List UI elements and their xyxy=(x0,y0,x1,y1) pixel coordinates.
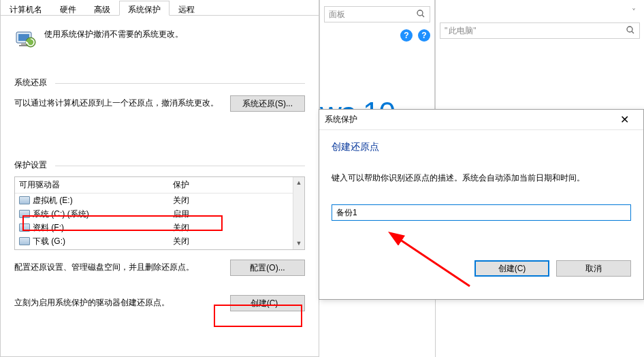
drive-row[interactable]: 资料 (F:)关闭 xyxy=(15,221,304,234)
tab-hardware[interactable]: 硬件 xyxy=(51,1,85,16)
restore-point-name-input[interactable] xyxy=(332,204,631,221)
scrollbar[interactable]: ▲ ▼ xyxy=(293,177,304,249)
configure-description: 配置还原设置、管理磁盘空间，并且删除还原点。 xyxy=(14,261,230,274)
dialog-cancel-button[interactable]: 取消 xyxy=(556,260,631,277)
section-protection-title: 保护设置 xyxy=(14,159,305,171)
dialog-create-button[interactable]: 创建(C) xyxy=(474,260,549,277)
system-protection-icon xyxy=(14,28,36,50)
drive-list[interactable]: 可用驱动器 保护 虚拟机 (E:)关闭系统 (C:) (系统)启用资料 (F:)… xyxy=(14,176,305,250)
search-icon xyxy=(416,9,425,20)
svg-point-2 xyxy=(417,10,423,16)
col-status-header: 保护 xyxy=(169,177,304,193)
search-placeholder: 此电脑 xyxy=(449,25,473,37)
svg-line-1 xyxy=(632,31,634,33)
section-restore-title: 系统还原 xyxy=(14,77,305,89)
drive-name: 虚拟机 (E:) xyxy=(33,196,73,205)
close-icon[interactable]: ✕ xyxy=(611,113,638,126)
svg-line-3 xyxy=(422,15,424,17)
drive-row[interactable]: 系统 (C:) (系统)启用 xyxy=(15,207,304,221)
drive-name: 下载 (G:) xyxy=(33,236,65,246)
create-restore-point-button[interactable]: 创建(C)... xyxy=(230,295,305,311)
drive-icon xyxy=(19,196,30,204)
path-chevron[interactable]: ˅ xyxy=(440,4,640,20)
system-properties-window: 计算机名 硬件 高级 系统保护 远程 使用系统保护撤消不需要的系统更改。 系统还… xyxy=(0,0,319,357)
drive-icon xyxy=(19,223,30,232)
create-restore-point-dialog: 系统保护 ✕ 创建还原点 键入可以帮助你识别还原点的描述。系统会自动添加当前日期… xyxy=(319,109,644,300)
configure-button[interactable]: 配置(O)... xyxy=(230,260,305,276)
search-placeholder: 面板 xyxy=(329,9,345,20)
drive-row[interactable]: 下载 (G:)关闭 xyxy=(15,234,304,248)
dialog-titlebar: 系统保护 ✕ xyxy=(319,110,643,130)
tab-strip: 计算机名 硬件 高级 系统保护 远程 xyxy=(1,0,319,16)
header-description: 使用系统保护撤消不需要的系统更改。 xyxy=(44,28,183,40)
drive-list-header: 可用驱动器 保护 xyxy=(15,177,304,193)
col-drive-header: 可用驱动器 xyxy=(15,177,169,193)
control-panel-search-input[interactable]: 面板 xyxy=(324,6,430,22)
dialog-heading: 创建还原点 xyxy=(332,141,631,153)
scroll-down-icon[interactable]: ▼ xyxy=(293,238,304,249)
help-icon[interactable]: ? xyxy=(400,29,413,42)
help-icon[interactable]: ? xyxy=(418,29,430,42)
dialog-description: 键入可以帮助你识别还原点的描述。系统会自动添加当前日期和时间。 xyxy=(332,172,631,184)
tab-advanced[interactable]: 高级 xyxy=(85,1,119,16)
restore-description: 可以通过将计算机还原到上一个还原点，撤消系统更改。 xyxy=(14,97,230,110)
tab-computer-name[interactable]: 计算机名 xyxy=(1,1,51,16)
drive-name: 资料 (F:) xyxy=(33,223,64,232)
tab-remote[interactable]: 远程 xyxy=(170,1,204,16)
drive-status: 关闭 xyxy=(169,234,304,249)
drive-icon xyxy=(19,237,30,245)
explorer-search-input[interactable]: "此电脑" xyxy=(440,22,640,39)
drive-icon xyxy=(19,210,30,218)
tab-system-protection[interactable]: 系统保护 xyxy=(119,1,170,16)
scroll-up-icon[interactable]: ▲ xyxy=(293,177,304,189)
drive-row[interactable]: 虚拟机 (E:)关闭 xyxy=(15,193,304,207)
drive-name: 系统 (C:) (系统) xyxy=(33,209,89,219)
svg-point-0 xyxy=(627,27,632,32)
create-description: 立刻为启用系统保护的驱动器创建还原点。 xyxy=(14,296,230,309)
system-restore-button[interactable]: 系统还原(S)... xyxy=(230,95,305,112)
dialog-title: 系统保护 xyxy=(325,114,357,125)
search-icon xyxy=(626,25,635,37)
